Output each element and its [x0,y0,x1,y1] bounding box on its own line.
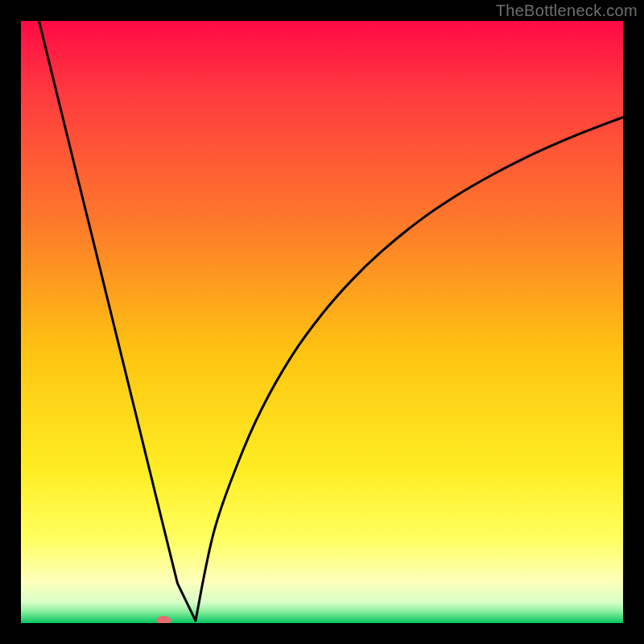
chart-frame [21,21,623,623]
bottleneck-chart [21,21,623,623]
watermark-text: TheBottleneck.com [496,2,638,20]
gradient-background [21,21,623,623]
